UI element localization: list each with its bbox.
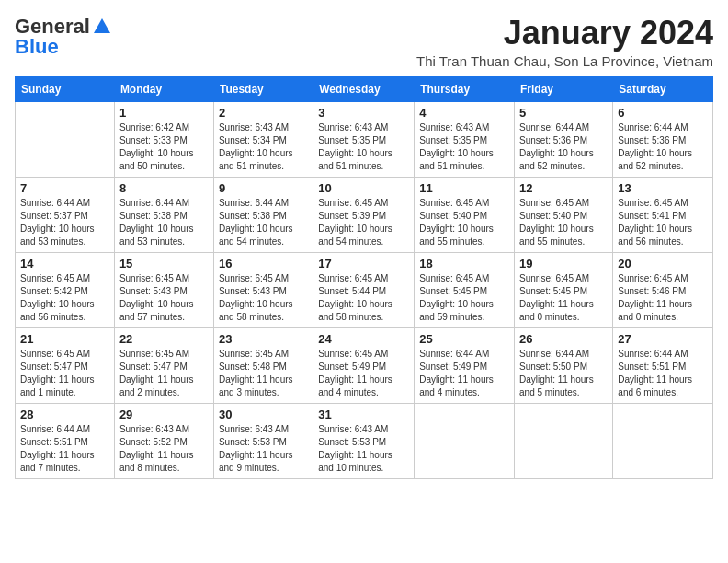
day-info: Sunrise: 6:42 AM Sunset: 5:33 PM Dayligh… bbox=[119, 121, 209, 173]
calendar-day-cell: 9Sunrise: 6:44 AM Sunset: 5:38 PM Daylig… bbox=[213, 177, 313, 252]
day-number: 22 bbox=[119, 332, 209, 346]
day-info: Sunrise: 6:43 AM Sunset: 5:35 PM Dayligh… bbox=[419, 121, 509, 173]
day-number: 15 bbox=[119, 257, 209, 270]
weekday-header-cell: Sunday bbox=[16, 76, 115, 101]
calendar-week-row: 1Sunrise: 6:42 AM Sunset: 5:33 PM Daylig… bbox=[16, 101, 713, 177]
day-info: Sunrise: 6:45 AM Sunset: 5:45 PM Dayligh… bbox=[519, 272, 608, 324]
calendar-day-cell: 10Sunrise: 6:45 AM Sunset: 5:39 PM Dayli… bbox=[313, 177, 415, 252]
month-title: January 2024 bbox=[416, 15, 713, 52]
calendar-body: 1Sunrise: 6:42 AM Sunset: 5:33 PM Daylig… bbox=[16, 101, 713, 478]
day-number: 21 bbox=[20, 332, 109, 346]
day-info: Sunrise: 6:45 AM Sunset: 5:43 PM Dayligh… bbox=[219, 272, 308, 324]
day-info: Sunrise: 6:45 AM Sunset: 5:40 PM Dayligh… bbox=[519, 197, 608, 248]
day-number: 29 bbox=[119, 408, 209, 421]
day-info: Sunrise: 6:45 AM Sunset: 5:48 PM Dayligh… bbox=[219, 348, 308, 399]
calendar-day-cell: 23Sunrise: 6:45 AM Sunset: 5:48 PM Dayli… bbox=[213, 327, 313, 403]
calendar-day-cell: 17Sunrise: 6:45 AM Sunset: 5:44 PM Dayli… bbox=[313, 252, 415, 327]
calendar-day-cell bbox=[613, 403, 713, 478]
day-info: Sunrise: 6:45 AM Sunset: 5:47 PM Dayligh… bbox=[119, 348, 209, 399]
calendar-day-cell: 2Sunrise: 6:43 AM Sunset: 5:34 PM Daylig… bbox=[213, 101, 313, 177]
weekday-header-cell: Wednesday bbox=[313, 76, 415, 101]
day-info: Sunrise: 6:44 AM Sunset: 5:38 PM Dayligh… bbox=[219, 197, 308, 248]
calendar-day-cell: 7Sunrise: 6:44 AM Sunset: 5:37 PM Daylig… bbox=[16, 177, 115, 252]
day-info: Sunrise: 6:45 AM Sunset: 5:42 PM Dayligh… bbox=[20, 272, 109, 324]
calendar-day-cell bbox=[415, 403, 515, 478]
day-number: 5 bbox=[519, 106, 608, 120]
day-info: Sunrise: 6:43 AM Sunset: 5:53 PM Dayligh… bbox=[219, 423, 308, 475]
calendar-day-cell: 11Sunrise: 6:45 AM Sunset: 5:40 PM Dayli… bbox=[415, 177, 515, 252]
weekday-header-cell: Thursday bbox=[415, 76, 515, 101]
day-info: Sunrise: 6:45 AM Sunset: 5:43 PM Dayligh… bbox=[119, 272, 209, 324]
day-number: 7 bbox=[20, 181, 109, 195]
calendar-day-cell: 16Sunrise: 6:45 AM Sunset: 5:43 PM Dayli… bbox=[213, 252, 313, 327]
day-number: 27 bbox=[618, 332, 708, 346]
calendar-day-cell bbox=[16, 101, 115, 177]
weekday-header-cell: Tuesday bbox=[213, 76, 313, 101]
calendar-day-cell: 28Sunrise: 6:44 AM Sunset: 5:51 PM Dayli… bbox=[16, 403, 115, 478]
calendar-day-cell: 21Sunrise: 6:45 AM Sunset: 5:47 PM Dayli… bbox=[16, 327, 115, 403]
weekday-header-cell: Friday bbox=[515, 76, 613, 101]
day-info: Sunrise: 6:45 AM Sunset: 5:46 PM Dayligh… bbox=[618, 272, 708, 324]
calendar-day-cell: 12Sunrise: 6:45 AM Sunset: 5:40 PM Dayli… bbox=[515, 177, 613, 252]
calendar-day-cell: 14Sunrise: 6:45 AM Sunset: 5:42 PM Dayli… bbox=[16, 252, 115, 327]
location-title: Thi Tran Thuan Chau, Son La Province, Vi… bbox=[416, 53, 713, 69]
svg-marker-0 bbox=[94, 18, 110, 33]
day-info: Sunrise: 6:45 AM Sunset: 5:44 PM Dayligh… bbox=[318, 272, 409, 324]
calendar-week-row: 28Sunrise: 6:44 AM Sunset: 5:51 PM Dayli… bbox=[16, 403, 713, 478]
day-info: Sunrise: 6:44 AM Sunset: 5:50 PM Dayligh… bbox=[519, 348, 608, 399]
day-info: Sunrise: 6:45 AM Sunset: 5:39 PM Dayligh… bbox=[318, 197, 409, 248]
calendar-day-cell: 6Sunrise: 6:44 AM Sunset: 5:36 PM Daylig… bbox=[613, 101, 713, 177]
calendar-day-cell: 26Sunrise: 6:44 AM Sunset: 5:50 PM Dayli… bbox=[515, 327, 613, 403]
calendar-day-cell: 27Sunrise: 6:44 AM Sunset: 5:51 PM Dayli… bbox=[613, 327, 713, 403]
day-number: 30 bbox=[219, 408, 308, 421]
day-info: Sunrise: 6:44 AM Sunset: 5:51 PM Dayligh… bbox=[20, 423, 109, 475]
calendar-day-cell: 5Sunrise: 6:44 AM Sunset: 5:36 PM Daylig… bbox=[515, 101, 613, 177]
day-info: Sunrise: 6:44 AM Sunset: 5:38 PM Dayligh… bbox=[119, 197, 209, 248]
day-number: 11 bbox=[419, 181, 509, 195]
logo-blue-text: Blue bbox=[15, 35, 59, 59]
day-info: Sunrise: 6:43 AM Sunset: 5:35 PM Dayligh… bbox=[318, 121, 409, 173]
calendar-day-cell: 25Sunrise: 6:44 AM Sunset: 5:49 PM Dayli… bbox=[415, 327, 515, 403]
day-info: Sunrise: 6:43 AM Sunset: 5:34 PM Dayligh… bbox=[219, 121, 308, 173]
calendar-day-cell: 22Sunrise: 6:45 AM Sunset: 5:47 PM Dayli… bbox=[114, 327, 213, 403]
day-number: 8 bbox=[119, 181, 209, 195]
weekday-header-cell: Saturday bbox=[613, 76, 713, 101]
calendar-table: SundayMondayTuesdayWednesdayThursdayFrid… bbox=[15, 76, 713, 479]
weekday-header-cell: Monday bbox=[114, 76, 213, 101]
day-number: 16 bbox=[219, 257, 308, 270]
day-number: 31 bbox=[318, 408, 409, 421]
day-info: Sunrise: 6:44 AM Sunset: 5:36 PM Dayligh… bbox=[618, 121, 708, 173]
calendar-week-row: 7Sunrise: 6:44 AM Sunset: 5:37 PM Daylig… bbox=[16, 177, 713, 252]
day-info: Sunrise: 6:45 AM Sunset: 5:40 PM Dayligh… bbox=[419, 197, 509, 248]
day-number: 1 bbox=[119, 106, 209, 120]
day-number: 13 bbox=[618, 181, 708, 195]
day-info: Sunrise: 6:45 AM Sunset: 5:49 PM Dayligh… bbox=[318, 348, 409, 399]
day-number: 20 bbox=[618, 257, 708, 270]
calendar-day-cell bbox=[515, 403, 613, 478]
day-number: 26 bbox=[519, 332, 608, 346]
day-info: Sunrise: 6:45 AM Sunset: 5:47 PM Dayligh… bbox=[20, 348, 109, 399]
day-number: 12 bbox=[519, 181, 608, 195]
day-number: 18 bbox=[419, 257, 509, 270]
calendar-day-cell: 30Sunrise: 6:43 AM Sunset: 5:53 PM Dayli… bbox=[213, 403, 313, 478]
calendar-day-cell: 13Sunrise: 6:45 AM Sunset: 5:41 PM Dayli… bbox=[613, 177, 713, 252]
calendar-day-cell: 31Sunrise: 6:43 AM Sunset: 5:53 PM Dayli… bbox=[313, 403, 415, 478]
day-info: Sunrise: 6:44 AM Sunset: 5:36 PM Dayligh… bbox=[519, 121, 608, 173]
day-number: 10 bbox=[318, 181, 409, 195]
day-number: 3 bbox=[318, 106, 409, 120]
day-info: Sunrise: 6:44 AM Sunset: 5:49 PM Dayligh… bbox=[419, 348, 509, 399]
calendar-day-cell: 4Sunrise: 6:43 AM Sunset: 5:35 PM Daylig… bbox=[415, 101, 515, 177]
day-number: 28 bbox=[20, 408, 109, 421]
day-info: Sunrise: 6:43 AM Sunset: 5:52 PM Dayligh… bbox=[119, 423, 209, 475]
calendar-day-cell: 20Sunrise: 6:45 AM Sunset: 5:46 PM Dayli… bbox=[613, 252, 713, 327]
day-number: 19 bbox=[519, 257, 608, 270]
calendar-week-row: 14Sunrise: 6:45 AM Sunset: 5:42 PM Dayli… bbox=[16, 252, 713, 327]
calendar-day-cell: 8Sunrise: 6:44 AM Sunset: 5:38 PM Daylig… bbox=[114, 177, 213, 252]
day-number: 17 bbox=[318, 257, 409, 270]
day-info: Sunrise: 6:43 AM Sunset: 5:53 PM Dayligh… bbox=[318, 423, 409, 475]
day-number: 25 bbox=[419, 332, 509, 346]
calendar-day-cell: 3Sunrise: 6:43 AM Sunset: 5:35 PM Daylig… bbox=[313, 101, 415, 177]
day-info: Sunrise: 6:44 AM Sunset: 5:51 PM Dayligh… bbox=[618, 348, 708, 399]
day-number: 23 bbox=[219, 332, 308, 346]
day-number: 14 bbox=[20, 257, 109, 270]
